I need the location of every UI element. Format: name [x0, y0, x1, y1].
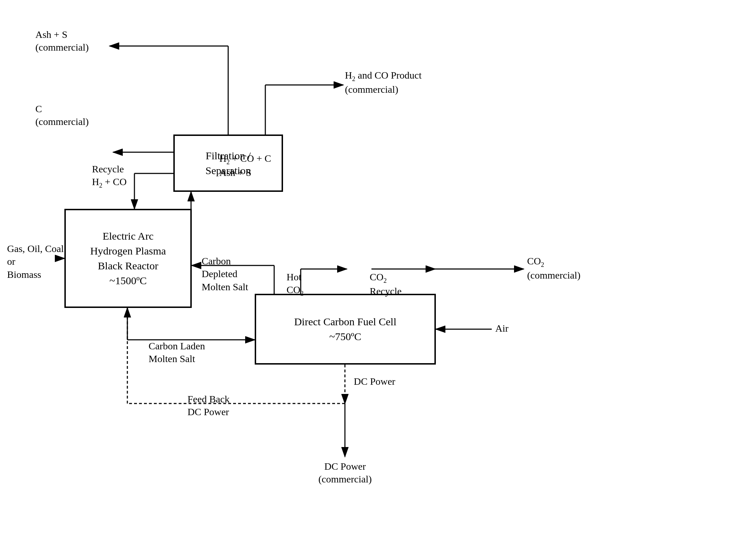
co2-recycle-label: CO2Recycle: [370, 271, 402, 298]
reactor-box: Electric ArcHydrogen PlasmaBlack Reactor…: [64, 209, 192, 308]
hot-co2-label: HotCO2: [287, 271, 304, 298]
c-commercial-label: C(commercial): [35, 103, 89, 128]
carbon-depleted-label: CarbonDepletedMolten Salt: [202, 255, 248, 293]
h2-co-c-label: H2 + CO + CAsh + S: [219, 152, 271, 179]
co2-commercial-label: CO2(commercial): [527, 255, 581, 282]
recycle-h2-co-label: RecycleH2 + CO: [92, 163, 127, 190]
dc-power-commercial-label: DC Power(commercial): [318, 460, 372, 486]
carbon-laden-label: Carbon LadenMolten Salt: [149, 340, 205, 366]
h2-co-product-label: H2 and CO Product(commercial): [345, 69, 422, 96]
diagram: Filtration /Separation Electric ArcHydro…: [0, 0, 756, 538]
fuelcell-box: Direct Carbon Fuel Cell~750ºC: [255, 294, 436, 365]
feedback-dc-power-label: Feed BackDC Power: [187, 393, 230, 419]
dc-power-out-label: DC Power: [354, 375, 395, 388]
fuelcell-label: Direct Carbon Fuel Cell~750ºC: [294, 314, 396, 344]
reactor-label: Electric ArcHydrogen PlasmaBlack Reactor…: [90, 229, 166, 288]
ash-s-label: Ash + S(commercial): [35, 28, 89, 54]
air-label: Air: [495, 322, 508, 335]
gas-oil-coal-label: Gas, Oil, CoalorBiomass: [7, 242, 64, 281]
